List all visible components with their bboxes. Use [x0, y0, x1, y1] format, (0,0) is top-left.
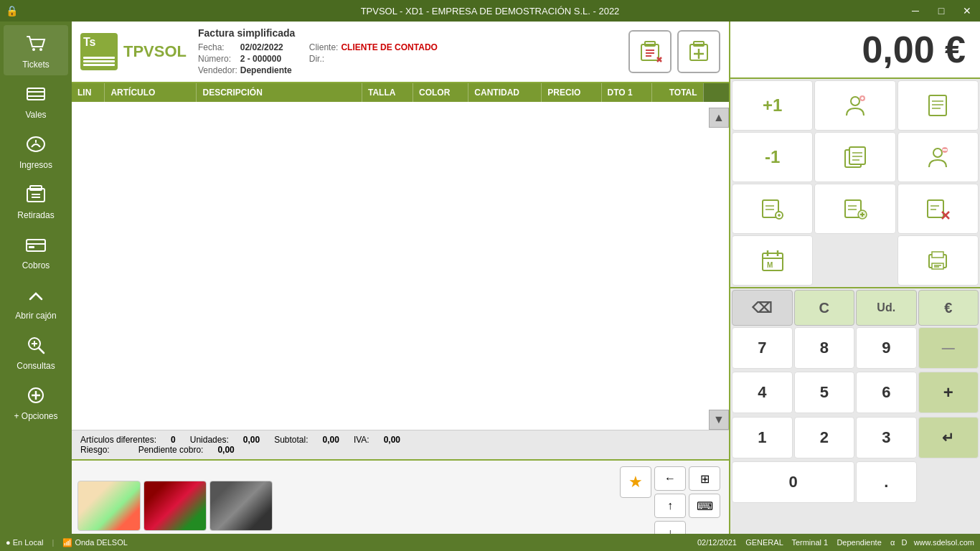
subtotal-label: Subtotal: [274, 435, 308, 445]
client-minus-button[interactable] [897, 132, 979, 182]
status-website: www.sdelsol.com [914, 538, 974, 547]
copy-ticket-button[interactable] [814, 132, 895, 182]
arrow-left-button[interactable]: ← [654, 466, 686, 491]
btn-8[interactable]: 8 [794, 327, 855, 369]
sidebar-item-vales[interactable]: Vales [4, 75, 68, 126]
col-descripcion: DESCRIPCIÓN [197, 83, 362, 102]
iva-value: 0,00 [384, 435, 400, 445]
logo-line-3 [83, 64, 115, 66]
wifi-indicator: 📶 Onda DELSOL [62, 538, 127, 547]
title-text: TPVSOL - XD1 - EMPRESA DE DEMOSTRACIÓN S… [361, 6, 620, 17]
sidebar-item-retiradas[interactable]: Retiradas [4, 176, 68, 226]
keyboard-button[interactable]: ⌨ [689, 494, 720, 518]
svg-rect-41 [849, 147, 865, 164]
plus1-button[interactable]: +1 [732, 80, 813, 131]
date-label: Fecha: [198, 42, 240, 53]
btn-6[interactable]: 6 [856, 372, 917, 413]
close-button[interactable]: ✕ [954, 0, 980, 22]
lock-icon: 🔒 [6, 5, 18, 17]
sidebar-item-ingresos[interactable]: Ingresos [4, 126, 68, 176]
btn-enter[interactable]: ↵ [918, 417, 979, 458]
col-cantidad: CANTIDAD [468, 83, 542, 102]
btn-plus[interactable]: + [918, 372, 979, 413]
invoice-table: LIN ARTÍCULO DESCRIPCIÓN TALLA COLOR CAN… [72, 83, 729, 102]
btn-dot[interactable]: . [856, 461, 917, 503]
sidebar-label-abrir-cajon: Abrir cajón [15, 311, 56, 321]
sidebar-item-consultas[interactable]: Consultas [4, 326, 68, 377]
star-button[interactable]: ★ [620, 466, 651, 498]
minus1-button[interactable]: -1 [732, 132, 813, 182]
status-user: Dependiente [837, 538, 881, 547]
col-articulo: ARTÍCULO [105, 83, 197, 102]
client-icon [842, 93, 868, 118]
date-value: 02/02/2022 [240, 42, 295, 53]
svg-rect-71 [932, 252, 943, 258]
logo-area: Ts TPVSOL [80, 33, 187, 70]
svg-rect-72 [932, 263, 943, 269]
svg-point-45 [933, 149, 942, 157]
arrow-up-button[interactable]: ↑ [654, 494, 686, 518]
empty-func-btn [814, 235, 895, 286]
delete-line-button[interactable] [897, 184, 979, 234]
minimize-button[interactable]: ─ [903, 0, 928, 22]
status-terminal: Terminal 1 [791, 538, 828, 547]
add-line-icon [842, 196, 868, 222]
search-button[interactable] [732, 184, 813, 234]
statusbar: ● En Local | 📶 Onda DELSOL 02/12/2021 GE… [0, 534, 980, 551]
btn-2[interactable]: 2 [794, 417, 855, 458]
btn-7[interactable]: 7 [732, 327, 793, 369]
print-button[interactable] [897, 235, 979, 286]
svg-point-32 [851, 97, 859, 105]
art-value: 0 [171, 435, 176, 445]
product-thumb-3[interactable] [209, 481, 273, 531]
btn-1[interactable]: 1 [732, 417, 793, 458]
seller-value: Dependiente [240, 65, 295, 76]
title-bar: 🔒 TPVSOL - XD1 - EMPRESA DE DEMOSTRACIÓN… [0, 0, 980, 22]
search-icon [760, 196, 786, 222]
sidebar-item-abrir-cajon[interactable]: Abrir cajón [4, 276, 68, 326]
units-label: Unidades: [190, 435, 229, 445]
dir-value [341, 53, 440, 65]
btn-9[interactable]: 9 [856, 327, 917, 369]
calendar-button[interactable]: M [732, 235, 813, 286]
invoice-action-btn-1[interactable] [628, 30, 672, 73]
invoice-action-btn-2[interactable] [677, 30, 720, 73]
btn-5[interactable]: 5 [794, 372, 855, 413]
btn-3[interactable]: 3 [856, 417, 917, 458]
copy-ticket-icon [842, 144, 868, 170]
ud-button[interactable]: Ud. [856, 290, 917, 326]
dir-label: Dir.: [309, 53, 341, 65]
client-button[interactable] [814, 80, 895, 131]
sidebar-item-opciones[interactable]: + Opciones [4, 377, 68, 427]
scroll-up-button[interactable]: ▲ [709, 108, 729, 128]
tickets-list-button[interactable] [897, 80, 979, 131]
statusbar-right: 02/12/2021 GENERAL Terminal 1 Dependient… [697, 538, 974, 547]
sidebar-label-tickets: Tickets [22, 60, 50, 70]
number-label: Número: [198, 53, 240, 65]
product-thumb-2[interactable] [143, 481, 207, 531]
eur-button[interactable]: € [918, 290, 979, 326]
invoice-add-icon [686, 39, 712, 65]
add-line-button[interactable] [814, 184, 895, 234]
btn-4[interactable]: 4 [732, 372, 793, 413]
clear-button[interactable]: C [794, 290, 855, 326]
grid-view-button[interactable]: ⊞ [689, 466, 720, 491]
sep-1: | [52, 538, 55, 547]
btn-0[interactable]: 0 [732, 461, 854, 503]
backspace-button[interactable]: ⌫ [732, 290, 793, 326]
maximize-button[interactable]: □ [928, 0, 954, 22]
btn-minus[interactable]: — [918, 327, 979, 369]
product-thumb-1[interactable] [77, 481, 141, 531]
footer-row-2: Riesgo: Pendiente cobro: 0,00 [80, 445, 720, 455]
logo-lines [83, 57, 115, 67]
sidebar-label-vales: Vales [25, 110, 46, 120]
client-value: CLIENTE DE CONTADO [341, 42, 440, 53]
status-general: GENERAL [745, 538, 783, 547]
sidebar-item-tickets[interactable]: Tickets [4, 25, 68, 75]
scroll-down-button[interactable]: ▼ [709, 410, 729, 430]
col-color: COLOR [413, 83, 468, 102]
ingresos-icon [23, 131, 49, 157]
iva-label: IVA: [354, 435, 369, 445]
amount-display: 0,00 € [730, 22, 980, 79]
sidebar-item-cobros[interactable]: Cobros [4, 226, 68, 276]
